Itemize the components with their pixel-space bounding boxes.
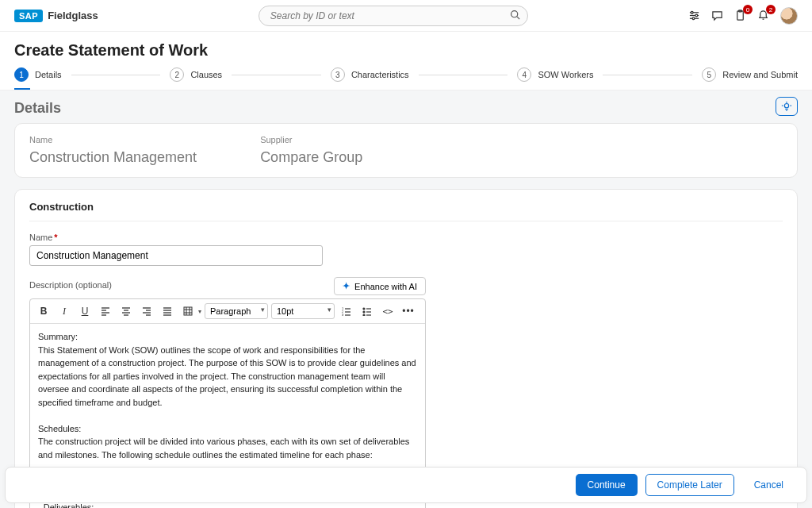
underline-button[interactable]: U — [76, 302, 94, 320]
avatar[interactable] — [780, 7, 798, 25]
svg-point-3 — [691, 11, 693, 13]
step-line — [603, 75, 692, 75]
app-header: SAP Fieldglass 0 2 — [0, 0, 812, 32]
details-card: Name Construction Management Supplier Co… — [14, 123, 798, 178]
supplier-label: Supplier — [260, 135, 362, 144]
step-characteristics[interactable]: 3 Characteristics — [331, 67, 409, 82]
svg-line-1 — [517, 16, 519, 18]
name-field-label: Name* — [29, 233, 783, 242]
svg-point-7 — [692, 17, 695, 20]
step-line — [232, 75, 321, 75]
clipboard-badge: 0 — [743, 5, 753, 14]
sparkle-icon: ✦ — [343, 281, 350, 291]
step-num: 3 — [331, 67, 345, 82]
global-search — [259, 6, 528, 26]
step-label: Review and Submit — [722, 70, 798, 79]
bold-button[interactable]: B — [35, 302, 52, 320]
italic-button[interactable]: I — [56, 302, 73, 320]
step-clauses[interactable]: 2 Clauses — [170, 67, 222, 82]
construction-card: Construction Name* Description (optional… — [14, 189, 798, 508]
messages-icon[interactable] — [711, 10, 723, 21]
step-num: 1 — [14, 67, 29, 82]
step-label: Details — [35, 70, 62, 79]
svg-point-5 — [695, 14, 698, 17]
continue-button[interactable]: Continue — [576, 474, 638, 496]
svg-point-48 — [363, 314, 365, 316]
enhance-label: Enhance with AI — [354, 282, 417, 291]
settings-icon[interactable] — [688, 10, 700, 21]
svg-text:3: 3 — [342, 313, 344, 316]
fontsize-select[interactable]: 10pt — [271, 303, 335, 319]
step-sow-workers[interactable]: 4 SOW Workers — [517, 67, 593, 82]
description-label: Description (optional) — [29, 280, 112, 290]
step-line — [71, 75, 161, 75]
svg-rect-8 — [737, 11, 744, 20]
svg-point-44 — [363, 308, 365, 310]
step-label: Characteristics — [351, 70, 409, 79]
step-line — [419, 75, 508, 75]
step-num: 2 — [170, 67, 184, 82]
section-title: Details — [14, 100, 798, 117]
wizard-stepper: 1 Details 2 Clauses 3 Characteristics 4 … — [14, 67, 798, 82]
name-label: Name — [29, 135, 197, 144]
step-review[interactable]: 5 Review and Submit — [702, 67, 798, 82]
sap-logo: SAP — [14, 10, 43, 22]
svg-point-46 — [363, 311, 365, 313]
step-label: Clauses — [190, 70, 222, 79]
name-field[interactable] — [29, 245, 323, 266]
header-actions: 0 2 — [688, 7, 798, 25]
svg-point-0 — [511, 10, 517, 17]
supplier-value: Compare Group — [260, 149, 362, 166]
brand-product: Fieldglass — [48, 10, 98, 21]
clipboard-icon[interactable]: 0 — [734, 10, 746, 21]
editor-toolbar: B I U ▾ — [30, 299, 425, 324]
align-center-button[interactable] — [117, 302, 135, 320]
unordered-list-button[interactable] — [358, 302, 376, 320]
table-button[interactable] — [179, 302, 197, 320]
cancel-button[interactable]: Cancel — [742, 474, 795, 496]
construction-heading: Construction — [29, 201, 783, 221]
enhance-with-ai-button[interactable]: ✦ Enhance with AI — [334, 277, 426, 295]
svg-rect-33 — [184, 307, 192, 315]
step-details[interactable]: 1 Details — [14, 67, 62, 82]
name-value: Construction Management — [29, 149, 197, 166]
bell-badge: 2 — [766, 5, 776, 14]
search-icon[interactable] — [510, 10, 520, 20]
brand: SAP Fieldglass — [14, 10, 98, 22]
complete-later-button[interactable]: Complete Later — [645, 474, 734, 496]
bell-icon[interactable]: 2 — [757, 10, 769, 21]
code-button[interactable]: <> — [379, 302, 396, 320]
search-input[interactable] — [259, 6, 528, 26]
align-right-button[interactable] — [138, 302, 155, 320]
insight-icon[interactable] — [776, 97, 798, 116]
more-button[interactable]: ••• — [400, 302, 417, 320]
step-num: 5 — [702, 67, 716, 82]
page-title: Create Statement of Work — [14, 41, 798, 60]
align-left-button[interactable] — [97, 302, 114, 320]
ordered-list-button[interactable]: 123 — [338, 302, 355, 320]
step-label: SOW Workers — [538, 70, 593, 79]
align-justify-button[interactable] — [159, 302, 176, 320]
footer-bar: Continue Complete Later Cancel — [5, 467, 807, 503]
paragraph-select[interactable]: Paragraph — [205, 303, 268, 319]
step-num: 4 — [517, 67, 531, 82]
svg-point-11 — [784, 104, 788, 108]
